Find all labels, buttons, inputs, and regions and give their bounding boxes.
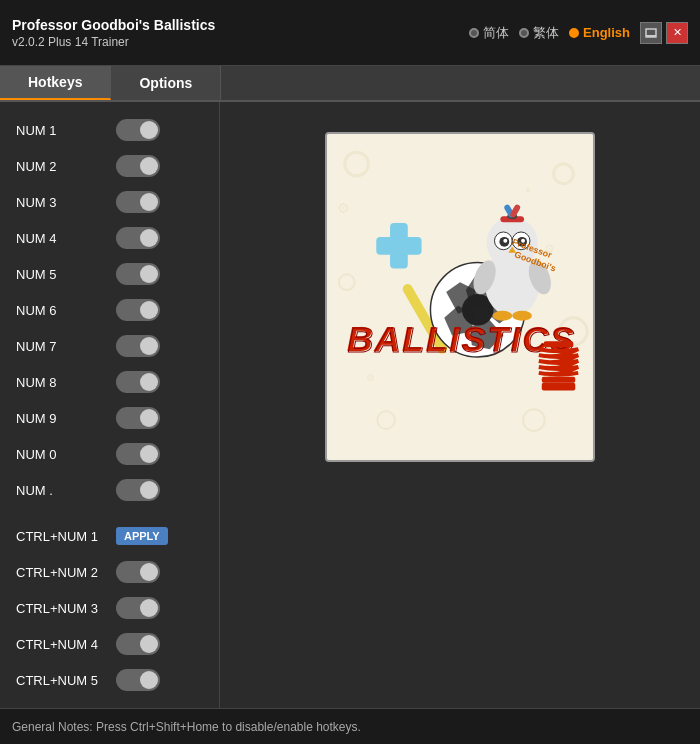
- hotkey-row-num5: NUM 5: [0, 256, 219, 292]
- toggle-num2[interactable]: [116, 155, 160, 177]
- svg-rect-15: [376, 237, 421, 255]
- tab-hotkeys-label: Hotkeys: [28, 74, 82, 90]
- app-subtitle: v2.0.2 Plus 14 Trainer: [12, 35, 215, 49]
- lang-english-radio[interactable]: [569, 28, 579, 38]
- close-button[interactable]: ✕: [666, 22, 688, 44]
- hotkey-label-numdot: NUM .: [16, 483, 116, 498]
- toggle-num7[interactable]: [116, 335, 160, 357]
- hotkey-row-ctrl-num2: CTRL+NUM 2: [0, 554, 219, 590]
- toggle-numdot[interactable]: [116, 479, 160, 501]
- hotkey-label-num4: NUM 4: [16, 231, 116, 246]
- title-bar: Professor Goodboi's Ballistics v2.0.2 Pl…: [0, 0, 700, 66]
- hotkey-row-num2: NUM 2: [0, 148, 219, 184]
- minimize-button[interactable]: [640, 22, 662, 44]
- language-controls: 简体 繁体 English ✕: [469, 22, 688, 44]
- toggle-num8[interactable]: [116, 371, 160, 393]
- hotkey-row-numdot: NUM .: [0, 472, 219, 508]
- lang-traditional-label: 繁体: [533, 24, 559, 42]
- hotkey-row-ctrl-num3: CTRL+NUM 3: [0, 590, 219, 626]
- lang-english-label: English: [583, 25, 630, 40]
- hotkey-label-num6: NUM 6: [16, 303, 116, 318]
- tab-hotkeys[interactable]: Hotkeys: [0, 66, 111, 100]
- hotkey-row-num4: NUM 4: [0, 220, 219, 256]
- hotkey-row-num3: NUM 3: [0, 184, 219, 220]
- toggle-ctrl-num2[interactable]: [116, 561, 160, 583]
- toggle-num0[interactable]: [116, 443, 160, 465]
- options-panel: ⚙ ⚙ ⚙ ✦ ✦: [220, 102, 700, 708]
- hotkey-row-num6: NUM 6: [0, 292, 219, 328]
- hotkey-row-num1: NUM 1: [0, 112, 219, 148]
- hotkey-label-num5: NUM 5: [16, 267, 116, 282]
- lang-traditional-radio[interactable]: [519, 28, 529, 38]
- toggle-num6[interactable]: [116, 299, 160, 321]
- svg-rect-46: [542, 377, 575, 383]
- tab-options[interactable]: Options: [111, 66, 221, 100]
- app-title: Professor Goodboi's Ballistics: [12, 17, 215, 33]
- svg-rect-47: [542, 383, 575, 391]
- hotkey-label-num3: NUM 3: [16, 195, 116, 210]
- footer: General Notes: Press Ctrl+Shift+Home to …: [0, 708, 700, 744]
- lang-simplified-label: 简体: [483, 24, 509, 42]
- hotkey-row-ctrl-num4: CTRL+NUM 4: [0, 626, 219, 662]
- hotkey-row-num9: NUM 9: [0, 400, 219, 436]
- hotkey-row-num8: NUM 8: [0, 364, 219, 400]
- hotkey-label-num2: NUM 2: [16, 159, 116, 174]
- toggle-num4[interactable]: [116, 227, 160, 249]
- hotkey-row-ctrl-num5: CTRL+NUM 5: [0, 662, 219, 698]
- hotkey-label-ctrl-num4: CTRL+NUM 4: [16, 637, 116, 652]
- svg-point-30: [503, 239, 507, 243]
- hotkey-row-ctrl-num1: CTRL+NUM 1 APPLY: [0, 518, 219, 554]
- hotkey-label-ctrl-num5: CTRL+NUM 5: [16, 673, 116, 688]
- toggle-num3[interactable]: [116, 191, 160, 213]
- hotkey-label-num1: NUM 1: [16, 123, 116, 138]
- svg-rect-45: [544, 341, 574, 347]
- apply-button[interactable]: APPLY: [116, 527, 168, 545]
- svg-text:⚙: ⚙: [337, 201, 350, 216]
- hotkey-label-ctrl-num1: CTRL+NUM 1: [16, 529, 116, 544]
- window-controls: ✕: [640, 22, 688, 44]
- hotkey-label-num7: NUM 7: [16, 339, 116, 354]
- toggle-num1[interactable]: [116, 119, 160, 141]
- toggle-num5[interactable]: [116, 263, 160, 285]
- lang-simplified[interactable]: 简体: [469, 24, 509, 42]
- hotkey-label-num8: NUM 8: [16, 375, 116, 390]
- footer-note: General Notes: Press Ctrl+Shift+Home to …: [12, 720, 361, 734]
- hotkey-label-num0: NUM 0: [16, 447, 116, 462]
- hotkey-row-num0: NUM 0: [0, 436, 219, 472]
- lang-english[interactable]: English: [569, 25, 630, 40]
- tab-options-label: Options: [139, 75, 192, 91]
- hotkey-label-num9: NUM 9: [16, 411, 116, 426]
- main-content: NUM 1 NUM 2 NUM 3 NUM 4 NUM 5 NUM 6: [0, 102, 700, 708]
- lang-simplified-radio[interactable]: [469, 28, 479, 38]
- tab-bar: Hotkeys Options: [0, 66, 700, 102]
- toggle-num9[interactable]: [116, 407, 160, 429]
- hotkey-label-ctrl-num2: CTRL+NUM 2: [16, 565, 116, 580]
- toggle-ctrl-num3[interactable]: [116, 597, 160, 619]
- lang-traditional[interactable]: 繁体: [519, 24, 559, 42]
- svg-text:⚙: ⚙: [366, 372, 375, 383]
- title-info: Professor Goodboi's Ballistics v2.0.2 Pl…: [12, 17, 215, 49]
- svg-text:✦: ✦: [524, 185, 532, 196]
- toggle-ctrl-num4[interactable]: [116, 633, 160, 655]
- hotkey-row-num7: NUM 7: [0, 328, 219, 364]
- game-cover-image: ⚙ ⚙ ⚙ ✦ ✦: [325, 132, 595, 462]
- hotkeys-panel: NUM 1 NUM 2 NUM 3 NUM 4 NUM 5 NUM 6: [0, 102, 220, 708]
- hotkey-label-ctrl-num3: CTRL+NUM 3: [16, 601, 116, 616]
- toggle-ctrl-num5[interactable]: [116, 669, 160, 691]
